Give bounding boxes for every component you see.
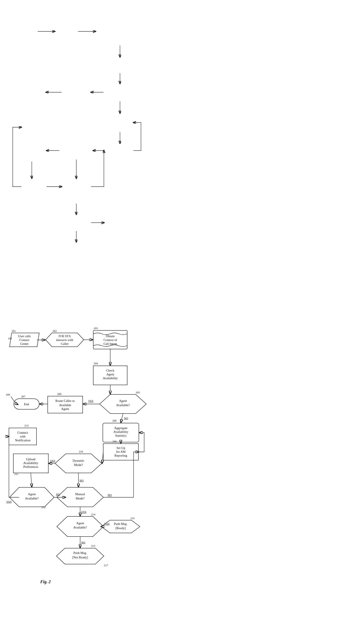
svg-text:Preferences: Preferences xyxy=(23,465,38,469)
svg-text:Obtain: Obtain xyxy=(106,334,115,338)
svg-text:202: 202 xyxy=(53,329,57,332)
svg-text:Available?: Available? xyxy=(25,497,39,500)
svg-line-101 xyxy=(121,414,123,423)
svg-text:Call Intent: Call Intent xyxy=(104,342,117,345)
svg-text:Push Msg.: Push Msg. xyxy=(114,522,127,525)
svg-text:215: 215 xyxy=(91,544,95,547)
svg-text:Availability: Availability xyxy=(23,461,38,465)
svg-text:Push Msg.: Push Msg. xyxy=(73,551,87,555)
svg-text:214: 214 xyxy=(91,513,95,516)
svg-text:NO: NO xyxy=(56,493,60,496)
svg-text:YES: YES xyxy=(104,522,110,525)
svg-text:213: 213 xyxy=(24,424,29,427)
svg-text:Agent: Agent xyxy=(61,407,69,411)
svg-text:206: 206 xyxy=(57,392,61,396)
svg-text:Reporting: Reporting xyxy=(115,454,127,457)
svg-text:Availability: Availability xyxy=(103,376,118,380)
svg-text:Upload: Upload xyxy=(26,458,36,461)
svg-text:Center: Center xyxy=(20,342,29,345)
node-207: End 207 xyxy=(14,395,39,409)
svg-text:208: 208 xyxy=(112,419,117,422)
svg-text:203: 203 xyxy=(94,326,98,330)
svg-text:212: 212 xyxy=(42,506,46,509)
svg-text:Mode?: Mode? xyxy=(74,463,83,467)
node-212: Agent Available? 212 xyxy=(9,487,54,509)
svg-text:YES: YES xyxy=(6,500,12,503)
svg-line-110 xyxy=(31,473,32,487)
svg-text:Mode?: Mode? xyxy=(76,497,85,500)
svg-text:User calls: User calls xyxy=(18,334,31,338)
svg-text:Available?: Available? xyxy=(73,526,87,529)
svg-text:[Ready]: [Ready] xyxy=(116,526,126,530)
svg-text:NO: NO xyxy=(124,417,128,420)
svg-text:210: 210 xyxy=(79,450,83,453)
svg-text:217: 217 xyxy=(104,564,108,567)
svg-text:Set Up: Set Up xyxy=(117,446,125,450)
svg-text:Agent: Agent xyxy=(119,399,127,403)
svg-text:End: End xyxy=(24,403,29,406)
node-215: Push Msg. [Not Ready] 215 217 xyxy=(56,544,108,567)
svg-text:Available?: Available? xyxy=(116,403,130,407)
svg-text:Agent: Agent xyxy=(107,373,114,376)
svg-text:Agent: Agent xyxy=(76,521,84,525)
svg-text:NO: NO xyxy=(81,541,85,544)
svg-text:Manual: Manual xyxy=(75,492,85,496)
flowchart-diagram xyxy=(0,0,182,310)
svg-text:interacts with: interacts with xyxy=(56,338,73,342)
svg-text:with: with xyxy=(20,435,26,438)
node-201: User calls Contact Center 201 xyxy=(9,329,39,347)
node-205: Agent Available? 205 xyxy=(100,391,146,414)
svg-text:Availability: Availability xyxy=(114,430,128,434)
svg-text:207: 207 xyxy=(21,395,25,398)
svg-text:Context of: Context of xyxy=(104,338,117,342)
node-211: Upload Availability Preferences xyxy=(13,454,48,473)
svg-text:Caller: Caller xyxy=(61,342,69,345)
node-203: Obtain Context of Call Intent 203 xyxy=(93,326,127,349)
node-213: Connect with Notification 213 xyxy=(9,424,36,445)
node-202: IVR SYS interacts with Caller 202 xyxy=(46,329,84,347)
svg-text:216: 216 xyxy=(130,517,135,520)
svg-text:for AM: for AM xyxy=(116,450,126,454)
svg-text:Statistics: Statistics xyxy=(115,434,126,437)
svg-text:YES: YES xyxy=(88,399,94,403)
node-206: Route Caller to Available Agent 206 xyxy=(48,392,83,413)
node-210: Dynamic Mode? 210 xyxy=(55,450,102,473)
node-215-diamond: Agent Available? 214 xyxy=(57,513,104,537)
svg-text:Aggregate: Aggregate xyxy=(114,426,128,430)
svg-text:Contact: Contact xyxy=(19,338,29,342)
node-214: Manual Mode? xyxy=(57,487,104,507)
svg-text:Notification: Notification xyxy=(15,439,30,442)
svg-text:205: 205 xyxy=(136,391,140,394)
svg-text:Available: Available xyxy=(59,403,71,407)
svg-text:204: 204 xyxy=(94,362,98,365)
svg-text:201: 201 xyxy=(12,329,16,332)
svg-text:Connect: Connect xyxy=(17,431,28,434)
connector-layer xyxy=(0,0,182,310)
svg-text:[Not Ready]: [Not Ready] xyxy=(72,556,88,559)
figure-caption: Fig. 2 xyxy=(40,579,51,584)
svg-text:Route Caller to: Route Caller to xyxy=(55,399,75,403)
flowchart-svg: text { font-family: 'Times New Roman', T… xyxy=(0,312,182,621)
svg-text:209: 209 xyxy=(112,440,117,443)
svg-text:Check: Check xyxy=(106,369,115,372)
svg-text:YES: YES xyxy=(81,510,87,513)
svg-text:211: 211 xyxy=(14,472,18,476)
svg-text:Dynamic: Dynamic xyxy=(73,459,84,462)
svg-text:200: 200 xyxy=(6,393,10,396)
svg-text:NO: NO xyxy=(80,479,84,482)
svg-text:IVR SYS: IVR SYS xyxy=(59,334,71,338)
svg-text:YES: YES xyxy=(50,459,55,462)
svg-text:201: 201 xyxy=(8,337,12,340)
svg-text:Agent: Agent xyxy=(28,492,36,496)
svg-text:NO: NO xyxy=(108,493,112,496)
